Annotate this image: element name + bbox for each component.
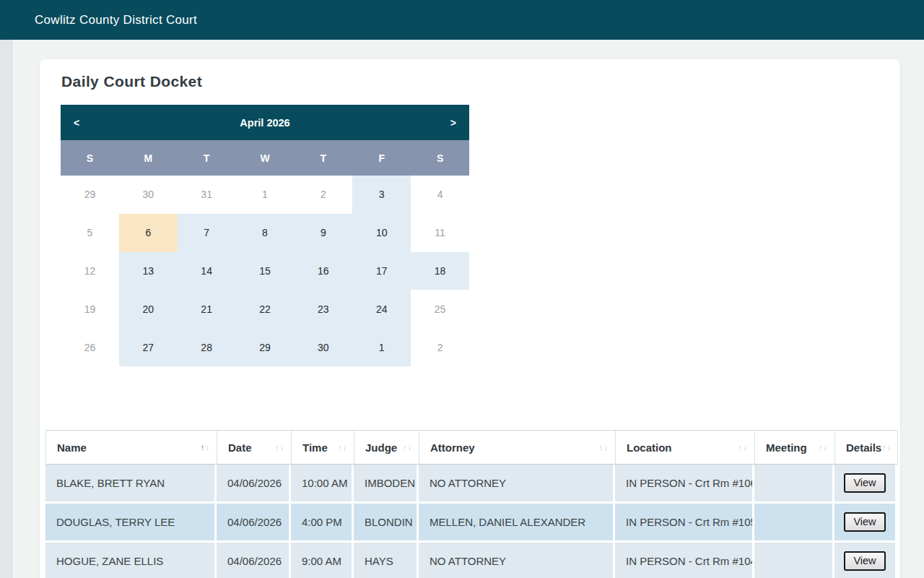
calendar-day[interactable]: 30 [294,328,352,366]
column-label: Location [627,441,672,454]
docket-card: Daily Court Docket < April 2026 > SMTWTF… [40,59,900,578]
calendar-day[interactable]: 21 [178,290,236,328]
calendar-day: 26 [61,328,119,366]
cell-date: 04/06/2026 [217,465,291,504]
calendar-day[interactable]: 15 [236,252,295,290]
cell-date: 04/06/2026 [217,543,291,578]
app-header: Cowlitz County District Court [0,0,924,40]
calendar-day: 25 [411,290,469,328]
calendar-day[interactable]: 7 [178,214,236,252]
calendar-day[interactable]: 20 [119,290,178,328]
sort-icon: ↑↓ [274,443,284,452]
calendar-caption: < April 2026 > [61,105,469,140]
column-header-details[interactable]: Details↑↓ [835,431,898,464]
cell-details: View [834,465,897,504]
calendar-weekdays: SMTWTFS [61,140,469,176]
weekday-label: S [411,140,469,176]
column-header-meeting[interactable]: Meeting↑↓ [755,431,835,464]
calendar-day[interactable]: 17 [352,252,411,290]
sort-icon: ↑↓ [598,443,609,452]
table-row: DOUGLAS, TERRY LEE04/06/20264:00 PMBLOND… [45,504,897,543]
cell-meeting [754,465,834,504]
page-title: Daily Court Docket [61,73,202,90]
sort-down-arrow-icon: ↓ [823,443,828,452]
calendar-day[interactable]: 16 [294,252,352,290]
calendar-day: 1 [236,176,295,214]
cell-time: 4:00 PM [291,504,354,543]
calendar-day[interactable]: 3 [352,176,411,214]
cell-location: IN PERSON - Crt Rm #104 [615,543,754,578]
sort-down-arrow-icon: ↓ [407,443,412,452]
cell-attorney: MELLEN, DANIEL ALEXANDER [419,504,615,543]
calendar-day: 30 [119,176,178,214]
column-label: Time [302,441,328,454]
docket-table-header: Name↑↓Date↑↓Time↑↓Judge↑↓Attorney↑↓Locat… [45,430,897,465]
calendar-day[interactable]: 23 [294,290,352,328]
column-label: Name [57,441,87,454]
calendar-day: 2 [411,328,469,366]
cell-name: HOGUE, ZANE ELLIS [45,543,217,578]
calendar-day[interactable]: 27 [119,328,178,366]
weekday-label: W [236,140,295,176]
calendar-month-label: April 2026 [61,117,469,129]
cell-name: BLAKE, BRETT RYAN [45,465,217,504]
cell-time: 10:00 AM [291,465,354,504]
calendar-day[interactable]: 1 [352,328,411,366]
cell-location: IN PERSON - Crt Rm #106 [615,465,754,504]
sort-up-arrow-icon: ↑ [200,443,205,452]
column-header-time[interactable]: Time↑↓ [292,431,354,464]
sort-up-arrow-icon: ↑ [738,443,743,452]
calendar-day[interactable]: 24 [352,290,411,328]
sort-down-arrow-icon: ↓ [886,443,892,452]
app-title: Cowlitz County District Court [35,13,197,27]
calendar-day: 11 [411,214,469,252]
sort-up-arrow-icon: ↑ [818,443,823,452]
calendar-day[interactable]: 18 [411,252,469,290]
weekday-label: M [119,140,178,176]
weekday-label: F [352,140,411,176]
sort-up-arrow-icon: ↑ [881,443,886,452]
calendar-day[interactable]: 8 [236,214,295,252]
cell-judge: HAYS [354,543,419,578]
docket-table-body: BLAKE, BRETT RYAN04/06/202610:00 AMIMBOD… [45,465,897,578]
calendar-day[interactable]: 28 [178,328,236,366]
column-label: Meeting [766,441,807,454]
column-header-name[interactable]: Name↑↓ [46,431,217,464]
calendar-day[interactable]: 22 [236,290,295,328]
column-header-location[interactable]: Location↑↓ [616,431,755,464]
calendar-day: 19 [61,290,119,328]
cell-name: DOUGLAS, TERRY LEE [45,504,217,543]
cell-date: 04/06/2026 [217,504,291,543]
date-picker-calendar: < April 2026 > SMTWTFS 29303112345678910… [61,105,469,366]
column-header-judge[interactable]: Judge↑↓ [354,431,419,464]
cell-judge: IMBODEN [354,465,419,504]
cell-time: 9:00 AM [291,543,354,578]
weekday-label: T [294,140,352,176]
calendar-day: 12 [61,252,119,290]
calendar-day[interactable]: 9 [294,214,352,252]
calendar-day: 5 [61,214,119,252]
sort-icon: ↑↓ [402,443,412,452]
column-header-date[interactable]: Date↑↓ [217,431,292,464]
sort-up-arrow-icon: ↑ [402,443,407,452]
sort-icon: ↑↓ [881,443,892,452]
view-details-button[interactable]: View [844,473,885,493]
calendar-day[interactable]: 14 [178,252,236,290]
view-details-button[interactable]: View [844,551,885,571]
sort-down-arrow-icon: ↓ [279,443,284,452]
sort-down-arrow-icon: ↓ [743,443,748,452]
calendar-day: 29 [61,176,119,214]
calendar-day[interactable]: 6 [119,214,178,252]
sort-down-arrow-icon: ↓ [205,443,210,452]
column-header-attorney[interactable]: Attorney↑↓ [419,431,616,464]
cell-location: IN PERSON - Crt Rm #105 [615,504,754,543]
calendar-day[interactable]: 10 [352,214,411,252]
calendar-days: 2930311234567891011121314151617181920212… [61,176,469,366]
view-details-button[interactable]: View [844,512,885,532]
calendar-day: 2 [294,176,352,214]
sort-down-arrow-icon: ↓ [342,443,347,452]
cell-attorney: NO ATTORNEY [419,543,615,578]
calendar-day[interactable]: 29 [236,328,295,366]
cell-meeting [754,543,834,578]
calendar-day[interactable]: 13 [119,252,178,290]
